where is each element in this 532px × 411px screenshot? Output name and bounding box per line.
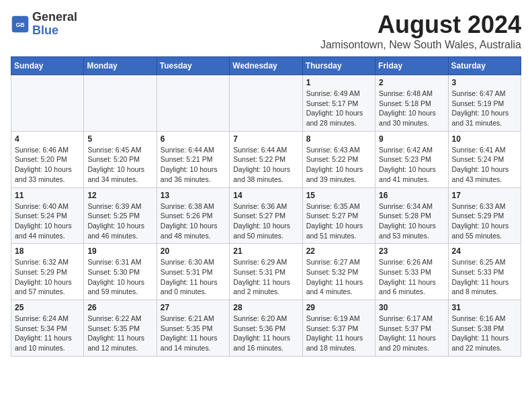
day-number: 25: [15, 303, 80, 312]
day-info: Sunrise: 6:44 AMSunset: 5:22 PMDaylight:…: [233, 145, 298, 185]
calendar-cell: 13Sunrise: 6:38 AMSunset: 5:26 PMDayligh…: [157, 187, 229, 244]
calendar-table: SundayMondayTuesdayWednesdayThursdayFrid…: [11, 56, 521, 357]
day-info: Sunrise: 6:16 AMSunset: 5:38 PMDaylight:…: [452, 314, 517, 353]
day-number: 1: [306, 78, 371, 87]
calendar-week-row: 11Sunrise: 6:40 AMSunset: 5:24 PMDayligh…: [11, 187, 521, 244]
calendar-cell: 30Sunrise: 6:17 AMSunset: 5:37 PMDayligh…: [375, 300, 448, 357]
day-info: Sunrise: 6:47 AMSunset: 5:19 PMDaylight:…: [452, 89, 517, 128]
calendar-cell: 31Sunrise: 6:16 AMSunset: 5:38 PMDayligh…: [448, 300, 521, 357]
day-info: Sunrise: 6:39 AMSunset: 5:25 PMDaylight:…: [87, 201, 152, 241]
weekday-header-saturday: Saturday: [448, 57, 521, 75]
logo-text: General Blue: [32, 11, 77, 38]
day-number: 3: [452, 78, 517, 87]
day-number: 7: [233, 134, 298, 144]
calendar-cell: [11, 75, 84, 132]
day-info: Sunrise: 6:33 AMSunset: 5:29 PMDaylight:…: [452, 201, 517, 241]
logo: GB General Blue: [11, 11, 77, 38]
calendar-cell: 22Sunrise: 6:27 AMSunset: 5:32 PMDayligh…: [302, 244, 375, 300]
day-info: Sunrise: 6:21 AMSunset: 5:35 PMDaylight:…: [161, 314, 226, 353]
calendar-cell: 26Sunrise: 6:22 AMSunset: 5:35 PMDayligh…: [84, 300, 157, 357]
day-info: Sunrise: 6:49 AMSunset: 5:17 PMDaylight:…: [306, 89, 371, 128]
day-number: 8: [306, 134, 371, 144]
day-number: 14: [233, 191, 298, 200]
day-info: Sunrise: 6:44 AMSunset: 5:21 PMDaylight:…: [161, 145, 226, 185]
day-number: 17: [452, 191, 517, 200]
day-number: 28: [233, 303, 298, 312]
page-header: GB General Blue August 2024 Jamisontown,…: [11, 11, 521, 51]
weekday-header-thursday: Thursday: [302, 57, 375, 75]
day-number: 6: [161, 134, 226, 144]
page-subtitle: Jamisontown, New South Wales, Australia: [320, 39, 521, 51]
day-number: 26: [87, 303, 152, 312]
calendar-week-row: 1Sunrise: 6:49 AMSunset: 5:17 PMDaylight…: [11, 75, 521, 132]
logo-icon: GB: [11, 15, 30, 34]
calendar-cell: [230, 75, 302, 132]
weekday-header-row: SundayMondayTuesdayWednesdayThursdayFrid…: [11, 57, 521, 75]
calendar-cell: 27Sunrise: 6:21 AMSunset: 5:35 PMDayligh…: [157, 300, 229, 357]
day-number: 30: [379, 303, 444, 312]
day-info: Sunrise: 6:22 AMSunset: 5:35 PMDaylight:…: [87, 314, 152, 353]
day-number: 18: [15, 246, 80, 256]
calendar-cell: 6Sunrise: 6:44 AMSunset: 5:21 PMDaylight…: [157, 131, 229, 187]
calendar-body: 1Sunrise: 6:49 AMSunset: 5:17 PMDaylight…: [11, 75, 521, 357]
day-info: Sunrise: 6:31 AMSunset: 5:30 PMDaylight:…: [87, 257, 152, 297]
day-number: 20: [161, 246, 226, 256]
day-info: Sunrise: 6:29 AMSunset: 5:31 PMDaylight:…: [233, 257, 298, 297]
calendar-cell: 28Sunrise: 6:20 AMSunset: 5:36 PMDayligh…: [230, 300, 302, 357]
day-info: Sunrise: 6:41 AMSunset: 5:24 PMDaylight:…: [452, 145, 517, 185]
calendar-cell: 1Sunrise: 6:49 AMSunset: 5:17 PMDaylight…: [302, 75, 375, 132]
calendar-cell: 14Sunrise: 6:36 AMSunset: 5:27 PMDayligh…: [230, 187, 302, 244]
day-number: 16: [379, 191, 444, 200]
calendar-header: SundayMondayTuesdayWednesdayThursdayFrid…: [11, 57, 521, 75]
calendar-cell: 9Sunrise: 6:42 AMSunset: 5:23 PMDaylight…: [375, 131, 448, 187]
day-number: 29: [306, 303, 371, 312]
svg-text:GB: GB: [15, 21, 24, 28]
calendar-cell: 16Sunrise: 6:34 AMSunset: 5:28 PMDayligh…: [375, 187, 448, 244]
weekday-header-monday: Monday: [84, 57, 157, 75]
day-info: Sunrise: 6:46 AMSunset: 5:20 PMDaylight:…: [15, 145, 80, 185]
day-info: Sunrise: 6:48 AMSunset: 5:18 PMDaylight:…: [379, 89, 444, 128]
calendar-cell: 7Sunrise: 6:44 AMSunset: 5:22 PMDaylight…: [230, 131, 302, 187]
calendar-cell: 12Sunrise: 6:39 AMSunset: 5:25 PMDayligh…: [84, 187, 157, 244]
calendar-cell: 29Sunrise: 6:19 AMSunset: 5:37 PMDayligh…: [302, 300, 375, 357]
calendar-cell: 23Sunrise: 6:26 AMSunset: 5:33 PMDayligh…: [375, 244, 448, 300]
day-number: 24: [452, 246, 517, 256]
day-number: 2: [379, 78, 444, 87]
day-info: Sunrise: 6:19 AMSunset: 5:37 PMDaylight:…: [306, 314, 371, 353]
day-info: Sunrise: 6:20 AMSunset: 5:36 PMDaylight:…: [233, 314, 298, 353]
day-info: Sunrise: 6:35 AMSunset: 5:27 PMDaylight:…: [306, 201, 371, 241]
calendar-cell: 25Sunrise: 6:24 AMSunset: 5:34 PMDayligh…: [11, 300, 84, 357]
calendar-week-row: 18Sunrise: 6:32 AMSunset: 5:29 PMDayligh…: [11, 244, 521, 300]
day-info: Sunrise: 6:36 AMSunset: 5:27 PMDaylight:…: [233, 201, 298, 241]
day-number: 9: [379, 134, 444, 144]
day-info: Sunrise: 6:26 AMSunset: 5:33 PMDaylight:…: [379, 257, 444, 297]
day-info: Sunrise: 6:32 AMSunset: 5:29 PMDaylight:…: [15, 257, 80, 297]
day-number: 22: [306, 246, 371, 256]
calendar-cell: 5Sunrise: 6:45 AMSunset: 5:20 PMDaylight…: [84, 131, 157, 187]
day-number: 5: [87, 134, 152, 144]
day-info: Sunrise: 6:43 AMSunset: 5:22 PMDaylight:…: [306, 145, 371, 185]
day-number: 4: [15, 134, 80, 144]
day-info: Sunrise: 6:25 AMSunset: 5:33 PMDaylight:…: [452, 257, 517, 297]
calendar-week-row: 25Sunrise: 6:24 AMSunset: 5:34 PMDayligh…: [11, 300, 521, 357]
day-number: 23: [379, 246, 444, 256]
calendar-cell: [157, 75, 229, 132]
day-number: 19: [87, 246, 152, 256]
calendar-cell: 20Sunrise: 6:30 AMSunset: 5:31 PMDayligh…: [157, 244, 229, 300]
day-number: 15: [306, 191, 371, 200]
page-title: August 2024: [320, 11, 521, 39]
day-info: Sunrise: 6:30 AMSunset: 5:31 PMDaylight:…: [161, 257, 226, 297]
day-number: 21: [233, 246, 298, 256]
calendar-cell: 19Sunrise: 6:31 AMSunset: 5:30 PMDayligh…: [84, 244, 157, 300]
day-info: Sunrise: 6:34 AMSunset: 5:28 PMDaylight:…: [379, 201, 444, 241]
calendar-cell: 21Sunrise: 6:29 AMSunset: 5:31 PMDayligh…: [230, 244, 302, 300]
day-number: 11: [15, 191, 80, 200]
calendar-cell: 24Sunrise: 6:25 AMSunset: 5:33 PMDayligh…: [448, 244, 521, 300]
weekday-header-sunday: Sunday: [11, 57, 84, 75]
calendar-week-row: 4Sunrise: 6:46 AMSunset: 5:20 PMDaylight…: [11, 131, 521, 187]
day-info: Sunrise: 6:27 AMSunset: 5:32 PMDaylight:…: [306, 257, 371, 297]
day-info: Sunrise: 6:17 AMSunset: 5:37 PMDaylight:…: [379, 314, 444, 353]
calendar-cell: [84, 75, 157, 132]
day-info: Sunrise: 6:45 AMSunset: 5:20 PMDaylight:…: [87, 145, 152, 185]
day-info: Sunrise: 6:24 AMSunset: 5:34 PMDaylight:…: [15, 314, 80, 353]
